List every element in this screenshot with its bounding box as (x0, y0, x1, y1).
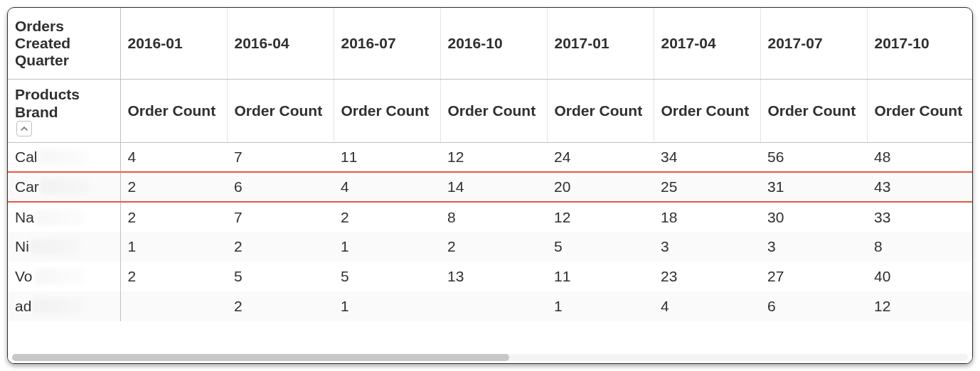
scrollbar-track (12, 354, 968, 361)
brand-text: Cal (15, 149, 38, 166)
data-cell[interactable]: 33 (867, 202, 973, 232)
data-cell[interactable]: 11 (547, 262, 654, 291)
brand-text: Ni (15, 238, 29, 255)
table-row: Cal 4 7 11 12 24 34 56 48 (8, 142, 973, 172)
data-cell[interactable]: 13 (440, 262, 547, 291)
pivot-table: Orders Created Quarter 2016-01 2016-04 2… (8, 8, 973, 321)
table-row-highlighted: Car 2 6 4 14 20 25 31 43 (8, 172, 973, 202)
brand-text: ad (15, 298, 31, 315)
metric-label[interactable]: Order Count (227, 79, 334, 142)
data-cell[interactable]: 18 (654, 202, 760, 232)
pivot-table-card: Orders Created Quarter 2016-01 2016-04 2… (7, 7, 973, 364)
brand-cell[interactable]: Vo (8, 262, 120, 291)
data-cell[interactable]: 25 (654, 172, 760, 202)
data-cell[interactable]: 11 (334, 142, 440, 172)
data-cell[interactable]: 12 (440, 142, 547, 172)
data-cell[interactable]: 1 (547, 291, 654, 321)
col-q-2017-07[interactable]: 2017-07 (760, 8, 867, 79)
data-cell[interactable]: 1 (334, 291, 440, 321)
metric-label[interactable]: Order Count (654, 79, 760, 142)
table-row: ad 2 1 1 4 6 12 (8, 291, 973, 321)
redacted-text (33, 299, 82, 314)
metric-label[interactable]: Order Count (867, 79, 973, 142)
data-cell[interactable]: 7 (227, 202, 334, 232)
brand-text: Na (15, 209, 34, 226)
data-cell[interactable]: 2 (334, 202, 440, 232)
metric-label[interactable]: Order Count (547, 79, 654, 142)
data-cell[interactable]: 6 (760, 291, 867, 321)
horizontal-scrollbar[interactable] (8, 350, 972, 363)
data-cell[interactable]: 12 (867, 291, 973, 321)
data-cell[interactable]: 14 (440, 172, 547, 202)
data-cell[interactable]: 4 (654, 291, 760, 321)
data-cell[interactable]: 56 (760, 142, 867, 172)
data-cell[interactable]: 1 (120, 232, 227, 262)
data-cell[interactable]: 48 (867, 142, 973, 172)
data-cell[interactable]: 2 (227, 291, 334, 321)
data-cell[interactable]: 7 (227, 142, 334, 172)
data-cell[interactable]: 30 (760, 202, 867, 232)
redacted-text (34, 269, 84, 284)
row-dim-label-text: Products Brand (15, 85, 113, 121)
metric-label[interactable]: Order Count (334, 79, 440, 142)
data-cell[interactable]: 1 (334, 232, 440, 262)
col-q-2016-04[interactable]: 2016-04 (227, 8, 334, 79)
data-cell[interactable]: 27 (760, 262, 867, 291)
table-row: Na 2 7 2 8 12 18 30 33 (8, 202, 973, 232)
brand-cell[interactable]: ad (8, 291, 120, 321)
header-row-measure: Products Brand Order Count Order Count O… (8, 79, 973, 142)
data-cell[interactable]: 2 (227, 232, 334, 262)
col-q-2016-07[interactable]: 2016-07 (334, 8, 440, 79)
col-q-2017-04[interactable]: 2017-04 (654, 8, 760, 79)
col-q-2016-10[interactable]: 2016-10 (440, 8, 547, 79)
data-cell[interactable]: 20 (547, 172, 654, 202)
redacted-text (31, 239, 80, 254)
header-row-quarters: Orders Created Quarter 2016-01 2016-04 2… (8, 8, 973, 79)
brand-cell[interactable]: Car (8, 172, 120, 202)
data-cell[interactable]: 3 (760, 232, 867, 262)
data-cell[interactable]: 8 (440, 202, 547, 232)
data-cell[interactable]: 5 (227, 262, 334, 291)
data-cell[interactable]: 4 (120, 142, 227, 172)
redacted-text (41, 179, 90, 195)
metric-label[interactable]: Order Count (440, 79, 547, 142)
data-cell[interactable]: 2 (120, 262, 227, 291)
metric-label[interactable]: Order Count (120, 79, 227, 142)
data-cell[interactable]: 43 (867, 172, 973, 202)
brand-cell[interactable]: Cal (8, 142, 120, 172)
data-cell[interactable] (440, 291, 547, 321)
data-cell[interactable]: 5 (334, 262, 440, 291)
brand-cell[interactable]: Ni (8, 232, 120, 262)
col-q-2016-01[interactable]: 2016-01 (120, 8, 227, 79)
data-cell[interactable]: 3 (654, 232, 760, 262)
sort-asc-button[interactable] (16, 121, 32, 136)
data-cell[interactable]: 31 (760, 172, 867, 202)
data-cell[interactable]: 6 (227, 172, 334, 202)
data-cell[interactable]: 24 (547, 142, 654, 172)
redacted-text (39, 149, 89, 165)
row-dim-label[interactable]: Products Brand (8, 79, 120, 142)
col-q-2017-10[interactable]: 2017-10 (867, 8, 973, 79)
brand-text: Vo (15, 268, 33, 285)
table-row: Vo 2 5 5 13 11 23 27 40 (8, 262, 973, 291)
redacted-text (36, 210, 85, 225)
data-cell[interactable] (120, 291, 227, 321)
pivot-dim-label[interactable]: Orders Created Quarter (8, 8, 120, 79)
data-cell[interactable]: 2 (120, 172, 227, 202)
data-cell[interactable]: 23 (654, 262, 760, 291)
metric-label[interactable]: Order Count (760, 79, 867, 142)
chevron-up-icon (21, 125, 28, 132)
data-cell[interactable]: 5 (547, 232, 654, 262)
data-cell[interactable]: 2 (120, 202, 227, 232)
data-cell[interactable]: 4 (334, 172, 440, 202)
data-cell[interactable]: 2 (440, 232, 547, 262)
data-cell[interactable]: 8 (867, 232, 973, 262)
brand-text: Car (15, 178, 39, 195)
data-cell[interactable]: 12 (547, 202, 654, 232)
col-q-2017-01[interactable]: 2017-01 (547, 8, 654, 79)
data-cell[interactable]: 34 (654, 142, 760, 172)
data-cell[interactable]: 40 (867, 262, 973, 291)
scrollbar-thumb[interactable] (12, 354, 509, 361)
table-row: Ni 1 2 1 2 5 3 3 8 (8, 232, 973, 262)
brand-cell[interactable]: Na (8, 202, 120, 232)
